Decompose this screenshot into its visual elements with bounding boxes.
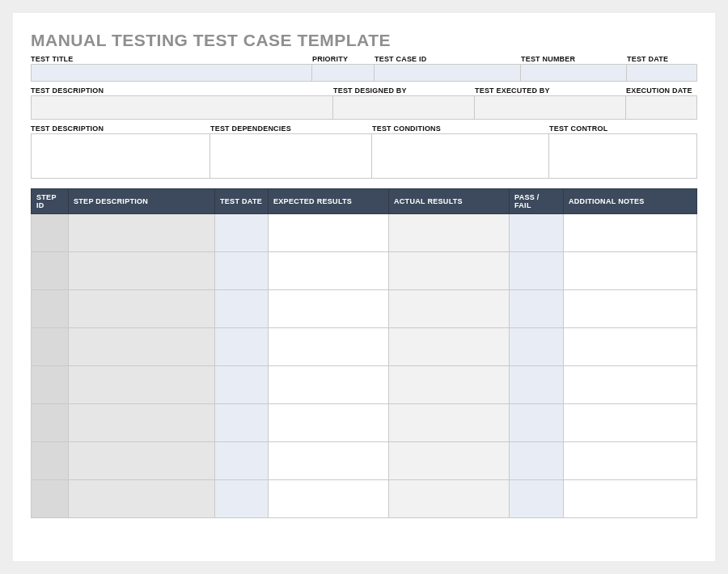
- table-row: [32, 290, 697, 328]
- cell-actual-results[interactable]: [389, 442, 510, 480]
- col-step-description: STEP DESCRIPTION: [69, 189, 215, 214]
- cell-pass-fail[interactable]: [510, 214, 564, 252]
- cell-test-date[interactable]: [215, 480, 269, 518]
- cell-step-id[interactable]: [32, 442, 69, 480]
- cell-step-description[interactable]: [69, 328, 215, 366]
- label-test-case-id: TEST CASE ID: [375, 55, 521, 63]
- cell-step-id[interactable]: [32, 480, 69, 518]
- cell-step-id[interactable]: [32, 290, 69, 328]
- steps-table: STEP ID STEP DESCRIPTION TEST DATE EXPEC…: [31, 188, 697, 518]
- cell-actual-results[interactable]: [389, 404, 510, 442]
- label-execution-date: EXECUTION DATE: [626, 87, 697, 95]
- label-test-conditions: TEST CONDITIONS: [372, 125, 549, 133]
- cell-actual-results[interactable]: [389, 366, 510, 404]
- cell-step-description[interactable]: [69, 290, 215, 328]
- cell-pass-fail[interactable]: [510, 480, 564, 518]
- field-test-date[interactable]: [627, 64, 697, 82]
- meta-row-1: TEST TITLE PRIORITY TEST CASE ID TEST NU…: [31, 55, 697, 82]
- cell-additional-notes[interactable]: [564, 442, 697, 480]
- cell-step-id[interactable]: [32, 366, 69, 404]
- field-priority[interactable]: [312, 64, 375, 82]
- cell-expected-results[interactable]: [269, 214, 389, 252]
- field-execution-date[interactable]: [626, 95, 697, 120]
- cell-pass-fail[interactable]: [510, 290, 564, 328]
- field-test-number[interactable]: [521, 64, 627, 82]
- cell-step-description[interactable]: [69, 442, 215, 480]
- cell-pass-fail[interactable]: [510, 328, 564, 366]
- col-test-date: TEST DATE: [215, 189, 269, 214]
- steps-header-row: STEP ID STEP DESCRIPTION TEST DATE EXPEC…: [32, 189, 697, 214]
- label-test-number: TEST NUMBER: [521, 55, 627, 63]
- cell-step-description[interactable]: [69, 252, 215, 290]
- cell-pass-fail[interactable]: [510, 404, 564, 442]
- cell-pass-fail[interactable]: [510, 442, 564, 480]
- col-additional-notes: ADDITIONAL NOTES: [564, 189, 697, 214]
- field-test-designed-by[interactable]: [333, 95, 475, 120]
- field-test-description-3[interactable]: [31, 133, 210, 179]
- cell-additional-notes[interactable]: [564, 214, 697, 252]
- label-test-dependencies: TEST DEPENDENCIES: [210, 125, 372, 133]
- cell-test-date[interactable]: [215, 366, 269, 404]
- cell-test-date[interactable]: [215, 214, 269, 252]
- cell-step-id[interactable]: [32, 328, 69, 366]
- cell-expected-results[interactable]: [269, 442, 389, 480]
- cell-expected-results[interactable]: [269, 290, 389, 328]
- template-page: MANUAL TESTING TEST CASE TEMPLATE TEST T…: [13, 13, 715, 561]
- cell-additional-notes[interactable]: [564, 252, 697, 290]
- table-row: [32, 328, 697, 366]
- label-test-description-2: TEST DESCRIPTION: [31, 87, 333, 95]
- cell-test-date[interactable]: [215, 404, 269, 442]
- cell-additional-notes[interactable]: [564, 480, 697, 518]
- cell-actual-results[interactable]: [389, 252, 510, 290]
- cell-test-date[interactable]: [215, 252, 269, 290]
- cell-actual-results[interactable]: [389, 328, 510, 366]
- col-actual-results: ACTUAL RESULTS: [389, 189, 510, 214]
- cell-pass-fail[interactable]: [510, 252, 564, 290]
- field-test-conditions[interactable]: [372, 133, 549, 179]
- cell-additional-notes[interactable]: [564, 366, 697, 404]
- cell-step-id[interactable]: [32, 214, 69, 252]
- label-test-executed-by: TEST EXECUTED BY: [475, 87, 626, 95]
- field-test-description-2[interactable]: [31, 95, 333, 120]
- cell-step-description[interactable]: [69, 366, 215, 404]
- cell-pass-fail[interactable]: [510, 366, 564, 404]
- cell-test-date[interactable]: [215, 290, 269, 328]
- table-row: [32, 366, 697, 404]
- col-step-id: STEP ID: [32, 189, 69, 214]
- meta-row-3: TEST DESCRIPTION TEST DEPENDENCIES TEST …: [31, 125, 697, 179]
- cell-actual-results[interactable]: [389, 290, 510, 328]
- cell-additional-notes[interactable]: [564, 404, 697, 442]
- cell-test-date[interactable]: [215, 328, 269, 366]
- cell-step-description[interactable]: [69, 480, 215, 518]
- cell-expected-results[interactable]: [269, 366, 389, 404]
- field-test-dependencies[interactable]: [210, 133, 372, 179]
- page-title: MANUAL TESTING TEST CASE TEMPLATE: [31, 31, 697, 50]
- cell-additional-notes[interactable]: [564, 290, 697, 328]
- label-test-date: TEST DATE: [627, 55, 697, 63]
- cell-actual-results[interactable]: [389, 214, 510, 252]
- cell-actual-results[interactable]: [389, 480, 510, 518]
- cell-expected-results[interactable]: [269, 252, 389, 290]
- cell-step-id[interactable]: [32, 404, 69, 442]
- cell-test-date[interactable]: [215, 442, 269, 480]
- table-row: [32, 252, 697, 290]
- label-test-designed-by: TEST DESIGNED BY: [333, 87, 475, 95]
- cell-step-description[interactable]: [69, 404, 215, 442]
- label-priority: PRIORITY: [312, 55, 375, 63]
- table-row: [32, 404, 697, 442]
- field-test-case-id[interactable]: [375, 64, 521, 82]
- cell-expected-results[interactable]: [269, 404, 389, 442]
- cell-expected-results[interactable]: [269, 328, 389, 366]
- cell-expected-results[interactable]: [269, 480, 389, 518]
- field-test-title[interactable]: [31, 64, 312, 82]
- col-pass-fail: PASS / FAIL: [510, 189, 564, 214]
- label-test-control: TEST CONTROL: [549, 125, 697, 133]
- field-test-control[interactable]: [549, 133, 697, 179]
- cell-step-description[interactable]: [69, 214, 215, 252]
- cell-step-id[interactable]: [32, 252, 69, 290]
- cell-additional-notes[interactable]: [564, 328, 697, 366]
- table-row: [32, 214, 697, 252]
- table-row: [32, 442, 697, 480]
- col-expected-results: EXPECTED RESULTS: [269, 189, 389, 214]
- field-test-executed-by[interactable]: [475, 95, 626, 120]
